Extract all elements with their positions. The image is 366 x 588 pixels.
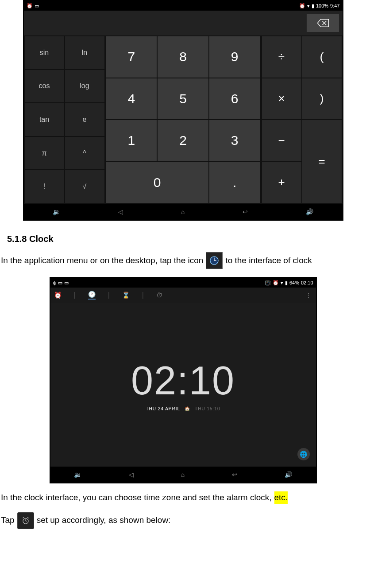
digit-2[interactable]: 2 — [158, 120, 208, 161]
subtract-button[interactable]: − — [262, 120, 301, 161]
decimal-point[interactable]: . — [209, 162, 260, 203]
home-nav-icon[interactable]: ⌂ — [181, 471, 185, 478]
digit-5[interactable]: 5 — [158, 78, 208, 120]
para3-text-b: set up accordingly, as shown below: — [37, 514, 171, 527]
usb-icon: ψ — [53, 280, 57, 285]
para1-text-a: In the application menu or on the deskto… — [1, 254, 203, 267]
notification-icon: ▭ — [35, 3, 39, 9]
alarm-tab-icon[interactable]: ⏰ — [54, 292, 62, 299]
ln-button[interactable]: ln — [65, 36, 104, 69]
world-clock-button[interactable]: 🌐 — [297, 448, 310, 460]
volume-down-icon[interactable]: 🔉 — [53, 208, 60, 215]
clock-screenshot: ψ ▭ ▭ 📳 ⏰ ▾ ▮ 64% 02:10 ⏰ | 🕐 | ⌛ | ⏱ ⋮ — [50, 277, 317, 483]
digit-4[interactable]: 4 — [106, 78, 157, 120]
svg-line-6 — [23, 517, 24, 518]
right-paren-button[interactable]: ) — [302, 78, 342, 120]
digit-1[interactable]: 1 — [106, 120, 157, 161]
factorial-button[interactable]: ! — [25, 170, 64, 203]
backspace-button[interactable] — [307, 14, 339, 32]
calculator-display — [24, 11, 343, 35]
power-button[interactable]: ^ — [65, 137, 104, 170]
divide-button[interactable]: ÷ — [262, 36, 301, 78]
operator-panel: ÷ ( × ) − = + — [261, 35, 343, 204]
digit-3[interactable]: 3 — [209, 120, 260, 161]
paragraph-2: In the clock interface, you can choose t… — [1, 491, 365, 504]
sin-button[interactable]: sin — [25, 36, 64, 69]
alarm-status-icon: ⏰ — [27, 3, 33, 9]
volume-up-icon[interactable]: 🔊 — [306, 208, 313, 215]
para1-text-b: to the interface of clock — [225, 254, 312, 267]
recent-nav-icon[interactable]: ↩ — [243, 208, 248, 215]
home-icon: 🏠 — [185, 406, 190, 411]
sqrt-button[interactable]: √ — [65, 170, 104, 203]
sd-icon: ▭ — [58, 280, 62, 286]
clock-date: THU 24 APRIL — [146, 406, 181, 411]
alarm-icon: ⏰ — [273, 280, 279, 286]
battery-icon: ▮ — [285, 280, 288, 286]
clock-app-icon — [206, 252, 223, 269]
e-button[interactable]: e — [65, 103, 104, 136]
digit-9[interactable]: 9 — [209, 36, 260, 78]
paragraph-1: In the application menu or on the deskto… — [1, 252, 365, 269]
vibrate-icon: 📳 — [265, 280, 271, 286]
clock-tab-icon[interactable]: 🕐 — [88, 291, 96, 300]
digit-8[interactable]: 8 — [158, 36, 208, 78]
digit-6[interactable]: 6 — [209, 78, 260, 120]
cos-button[interactable]: cos — [25, 70, 64, 103]
clock-main: 02:10 THU 24 APRIL 🏠 THU 15:10 🌐 — [50, 303, 316, 467]
section-heading: 5.1.8 Clock — [7, 234, 366, 244]
calculator-screenshot: ⏰ ▭ ⏰ ▾ ▮ 100% 9:47 sin ln cos log tan — [23, 0, 343, 221]
battery-icon: ▮ — [312, 3, 314, 9]
recent-nav-icon[interactable]: ↩ — [232, 471, 237, 478]
para2-text: In the clock interface, you can choose t… — [1, 491, 272, 504]
add-button[interactable]: + — [262, 162, 301, 203]
paragraph-3: Tap set up accordingly, as shown below: — [1, 512, 365, 529]
status-time: 9:47 — [330, 3, 339, 8]
wifi-icon: ▾ — [307, 3, 310, 9]
nav-bar: 🔉 ◁ ⌂ ↩ 🔊 — [24, 204, 343, 220]
wifi-icon: ▾ — [281, 280, 283, 286]
clock-status-bar: ψ ▭ ▭ 📳 ⏰ ▾ ▮ 64% 02:10 — [50, 278, 316, 288]
tan-button[interactable]: tan — [25, 103, 64, 136]
secondary-time: THU 15:10 — [195, 406, 220, 411]
notification-icon: ▭ — [64, 280, 69, 286]
alarm-icon: ⏰ — [299, 3, 305, 9]
log-button[interactable]: log — [65, 70, 104, 103]
home-nav-icon[interactable]: ⌂ — [181, 208, 185, 215]
para3-text-a: Tap — [1, 514, 15, 527]
svg-line-7 — [27, 517, 28, 518]
equals-button[interactable]: = — [302, 120, 342, 203]
volume-up-icon[interactable]: 🔊 — [285, 471, 292, 478]
multiply-button[interactable]: × — [262, 78, 301, 120]
battery-percent: 64% — [289, 280, 299, 285]
function-panel: sin ln cos log tan e π ^ ! √ — [24, 35, 105, 204]
number-pad: 7 8 9 4 5 6 1 2 3 0 . — [105, 35, 261, 204]
clock-tabs: ⏰ | 🕐 | ⌛ | ⏱ ⋮ — [50, 288, 316, 303]
pi-button[interactable]: π — [25, 137, 64, 170]
clock-nav-bar: 🔉 ◁ ⌂ ↩ 🔊 — [50, 467, 316, 483]
back-nav-icon[interactable]: ◁ — [118, 208, 123, 215]
volume-down-icon[interactable]: 🔉 — [74, 471, 81, 478]
para2-highlight: etc. — [274, 491, 288, 504]
alarm-clock-icon — [17, 512, 34, 529]
status-time: 02:10 — [301, 280, 313, 285]
left-paren-button[interactable]: ( — [302, 36, 342, 78]
digit-0[interactable]: 0 — [106, 162, 208, 203]
menu-icon[interactable]: ⋮ — [305, 292, 312, 299]
stopwatch-tab-icon[interactable]: ⏱ — [156, 292, 162, 299]
clock-big-time: 02:10 — [131, 358, 235, 404]
status-bar: ⏰ ▭ ⏰ ▾ ▮ 100% 9:47 — [24, 1, 343, 11]
digit-7[interactable]: 7 — [106, 36, 157, 78]
timer-tab-icon[interactable]: ⌛ — [122, 292, 130, 299]
battery-percent: 100% — [316, 3, 328, 8]
back-nav-icon[interactable]: ◁ — [129, 471, 134, 478]
